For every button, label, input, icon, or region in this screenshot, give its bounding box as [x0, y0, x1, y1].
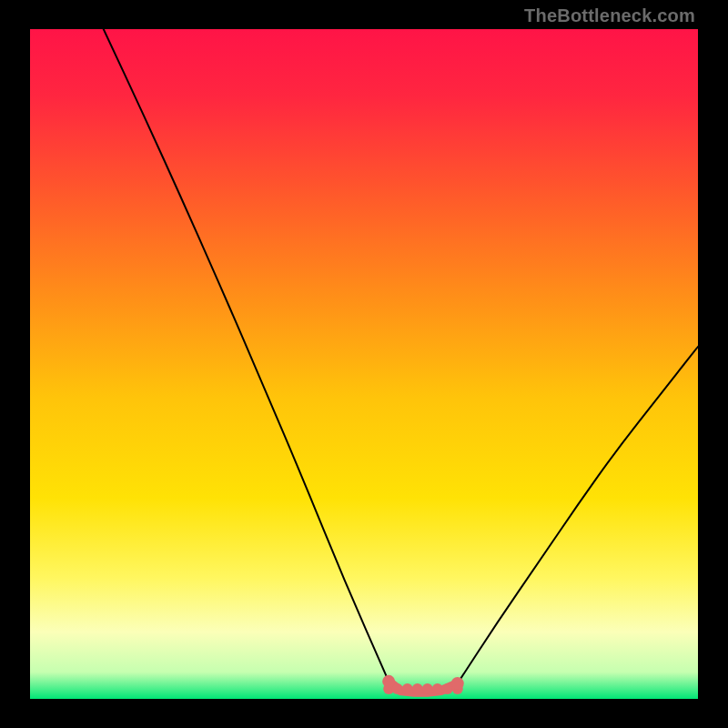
bottleneck-chart: [30, 29, 698, 699]
flat-marker: [412, 683, 423, 694]
flat-marker: [432, 683, 443, 694]
flat-marker: [442, 683, 453, 694]
chart-frame: [30, 29, 698, 699]
flat-marker: [402, 683, 413, 694]
flat-end-marker: [382, 675, 395, 688]
gradient-background: [30, 29, 698, 699]
flat-end-marker: [451, 677, 464, 690]
attribution-label: TheBottleneck.com: [524, 5, 695, 26]
flat-marker: [422, 683, 433, 694]
